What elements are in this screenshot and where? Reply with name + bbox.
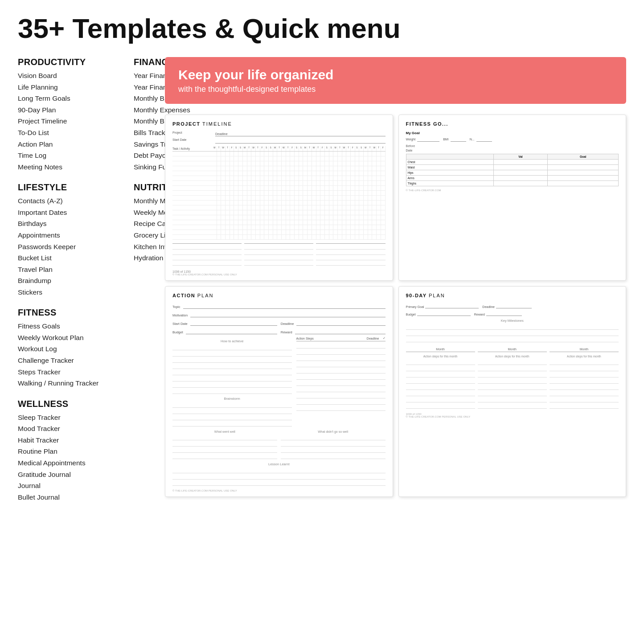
pt-row — [172, 215, 386, 220]
ap-field-deadline: Deadline — [281, 320, 386, 326]
list-item: Passwords Keeper — [18, 241, 134, 253]
pt-row — [172, 152, 386, 156]
list-item: Life Planning — [18, 82, 134, 93]
pt-deadline-field: Deadline — [215, 131, 386, 136]
list-item: Action Plan — [18, 139, 134, 150]
pt-row — [172, 176, 386, 181]
fg-copyright: © THE-LIFE-CREATOR.COM — [406, 189, 619, 192]
template-inner-ap: ACTION PLAN Topic Motivation Start Date — [165, 287, 393, 496]
ap-right-col: Action Steps Deadline ✓ — [296, 336, 386, 428]
pt-row — [172, 230, 386, 235]
ndp-primary-goal: Primary Goal — [406, 303, 479, 308]
fg-before-section: Before Date Val Goal Chest — [406, 144, 619, 186]
list-item: Gratitude Journal — [18, 469, 134, 480]
list-item: To-Do List — [18, 127, 134, 139]
ap-steps-lines — [296, 343, 386, 411]
pt-row — [172, 201, 386, 205]
wellness-list: Sleep Tracker Mood Tracker Habit Tracker… — [18, 412, 134, 503]
ndp-milestones-title: Key Milestones — [406, 319, 619, 323]
ap-how-lines — [172, 345, 292, 394]
pt-row — [172, 196, 386, 201]
category-fitness: FITNESS Fitness Goals Weekly Workout Pla… — [18, 308, 134, 389]
list-item: Braindump — [18, 275, 134, 287]
pt-row — [172, 171, 386, 176]
pt-row — [172, 220, 386, 225]
pt-weeks-header: MTWTFSS MTWTFSS MTWTFSS MTWTFSS MTWTFSS … — [213, 146, 386, 152]
pt-rows-container — [172, 152, 386, 240]
pt-footer-col1 — [172, 243, 242, 267]
template-inner-pt: PROJECT TIMELINE Project Deadline Start … — [165, 115, 393, 280]
list-item: Journal — [18, 480, 134, 492]
template-title-90: 90-DAY PLAN — [406, 293, 619, 298]
ap-two-col: What went well What didn't go so well — [172, 430, 386, 459]
fg-table: Val Goal Chest Waist — [406, 154, 619, 186]
category-lifestyle: LIFESTYLE Contacts (A-Z) Important Dates… — [18, 182, 134, 298]
template-inner-90: 90-DAY PLAN Primary Goal Deadline — [399, 287, 626, 438]
pt-grid: Task / Activity MTWTFSS MTWTFSS MTWTFSS … — [172, 146, 386, 240]
template-card-action-plan: ACTION PLAN Topic Motivation Start Date — [165, 286, 393, 497]
pt-row — [172, 161, 386, 166]
lifestyle-list: Contacts (A-Z) Important Dates Birthdays… — [18, 195, 134, 298]
pt-header-row: Project Deadline — [172, 131, 386, 136]
list-item: Birthdays — [18, 218, 134, 230]
pt-page-num: 1036 of 1150 — [172, 270, 386, 273]
list-item: Meeting Notes — [18, 161, 134, 173]
pt-copyright: © THE-LIFE-CREATOR.COM PERSONAL USE ONLY — [172, 273, 386, 276]
list-item: Bullet Journal — [18, 492, 134, 503]
list-item: Vision Board — [18, 70, 134, 82]
ndp-budget-row: Budget Reward — [406, 310, 619, 316]
ap-field-topic: Topic — [172, 303, 386, 309]
fg-row1: Weight BMI N... — [406, 137, 619, 142]
pt-row — [172, 156, 386, 161]
pt-row — [172, 191, 386, 196]
promo-banner: Keep your life organized with the though… — [165, 57, 626, 104]
list-item: Bucket List — [18, 252, 134, 264]
ndp-month3-col: Month Action steps for this month — [550, 348, 619, 409]
list-item: Walking / Running Tracker — [18, 377, 134, 389]
ap-went-well-col: What went well — [172, 430, 277, 459]
template-card-project-timeline: PROJECT TIMELINE Project Deadline Start … — [165, 115, 393, 281]
pt-row — [172, 166, 386, 171]
left-panel: PRODUCTIVITY Vision Board Life Planning … — [18, 57, 160, 521]
ndp-three-col: Month Action steps for this month — [406, 348, 619, 409]
pt-row — [172, 235, 386, 240]
category-productivity: PRODUCTIVITY Vision Board Life Planning … — [18, 57, 134, 172]
right-panel: Keep your life organized with the though… — [160, 57, 626, 521]
list-item: Routine Plan — [18, 446, 134, 457]
pt-header-row2: Start Date — [172, 138, 386, 144]
ndp-budget: Budget — [406, 310, 471, 316]
productivity-list: Vision Board Life Planning Long Term Goa… — [18, 70, 134, 172]
pt-row — [172, 225, 386, 230]
pt-row — [172, 181, 386, 186]
template-title-fg: FITNESS GO... — [406, 121, 619, 127]
ndp-month1-col: Month Action steps for this month — [406, 348, 475, 409]
list-item: Challenge Tracker — [18, 355, 134, 366]
list-item: Steps Tracker — [18, 366, 134, 378]
pt-task-col-header: Task / Activity — [172, 146, 213, 152]
list-item: Sleep Tracker — [18, 412, 134, 423]
fg-bmi-group: BMI — [443, 137, 466, 142]
list-item: Project Timeline — [18, 115, 134, 127]
list-item: Workout Log — [18, 343, 134, 355]
list-item: Fitness Goals — [18, 320, 134, 332]
ndp-goal-row: Primary Goal Deadline — [406, 303, 619, 308]
ap-field-startdate: Start Date — [172, 320, 277, 326]
fitness-list: Fitness Goals Weekly Workout Plan Workou… — [18, 320, 134, 389]
promo-main-text: Keep your life organized — [178, 67, 613, 83]
list-item: Stickers — [18, 287, 134, 298]
list-item: Time Log — [18, 150, 134, 161]
category-title-productivity: PRODUCTIVITY — [18, 57, 134, 67]
page-title: 35+ Templates & Quick menu — [18, 13, 626, 44]
ap-content-area: How to achieve Brain — [172, 336, 386, 428]
ap-field-budget: Budget — [172, 328, 277, 334]
list-item: Habit Tracker — [18, 435, 134, 446]
pt-row — [172, 186, 386, 191]
productivity-lifestyle-col: PRODUCTIVITY Vision Board Life Planning … — [18, 57, 134, 513]
ap-action-steps-header: Action Steps Deadline ✓ — [296, 336, 386, 341]
ap-field-motivation: Motivation — [172, 311, 386, 317]
list-item: Important Dates — [18, 207, 134, 218]
list-item: Appointments — [18, 230, 134, 241]
fg-goal-section: My Goal Weight BMI N... — [406, 131, 619, 142]
ap-brainstorm-title: Brainstorm — [172, 397, 292, 401]
fg-weight-group: Weight — [406, 137, 440, 142]
